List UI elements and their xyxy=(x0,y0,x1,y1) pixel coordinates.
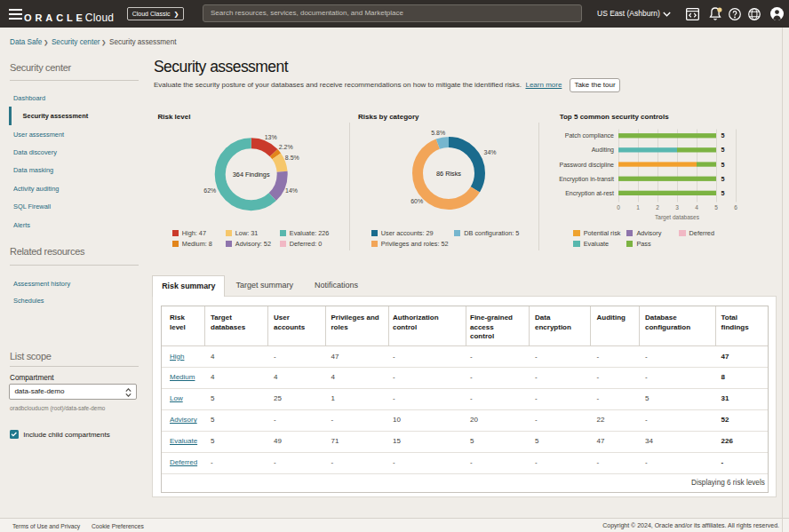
svg-text:364 Findings: 364 Findings xyxy=(233,171,270,179)
svg-text:5: 5 xyxy=(721,189,725,197)
svg-text:2.2%: 2.2% xyxy=(279,144,293,150)
svg-text:34%: 34% xyxy=(483,149,496,155)
svg-text:14%: 14% xyxy=(285,187,298,194)
svg-text:3: 3 xyxy=(675,204,679,210)
svg-text:5.8%: 5.8% xyxy=(431,130,445,136)
svg-text:62%: 62% xyxy=(203,187,216,194)
svg-text:Patch compliance: Patch compliance xyxy=(565,132,614,139)
svg-text:Password discipline: Password discipline xyxy=(560,162,615,169)
svg-text:Encryption at-rest: Encryption at-rest xyxy=(565,190,614,197)
svg-text:4: 4 xyxy=(695,204,698,210)
svg-text:5: 5 xyxy=(721,131,725,139)
svg-text:Auditing: Auditing xyxy=(592,147,614,154)
svg-text:5: 5 xyxy=(721,175,725,183)
svg-text:60%: 60% xyxy=(410,198,423,204)
svg-text:Encryption in-transit: Encryption in-transit xyxy=(559,176,614,183)
svg-text:8.5%: 8.5% xyxy=(285,155,299,161)
svg-text:1: 1 xyxy=(636,204,640,210)
svg-text:86 Risks: 86 Risks xyxy=(436,170,461,178)
svg-text:5: 5 xyxy=(721,146,725,154)
svg-text:5: 5 xyxy=(721,161,725,169)
svg-text:13%: 13% xyxy=(265,134,277,140)
svg-text:2: 2 xyxy=(656,204,659,210)
svg-text:Target databases: Target databases xyxy=(655,214,700,221)
svg-text:6: 6 xyxy=(734,204,737,210)
svg-text:0: 0 xyxy=(617,204,620,210)
svg-text:5: 5 xyxy=(714,204,718,210)
